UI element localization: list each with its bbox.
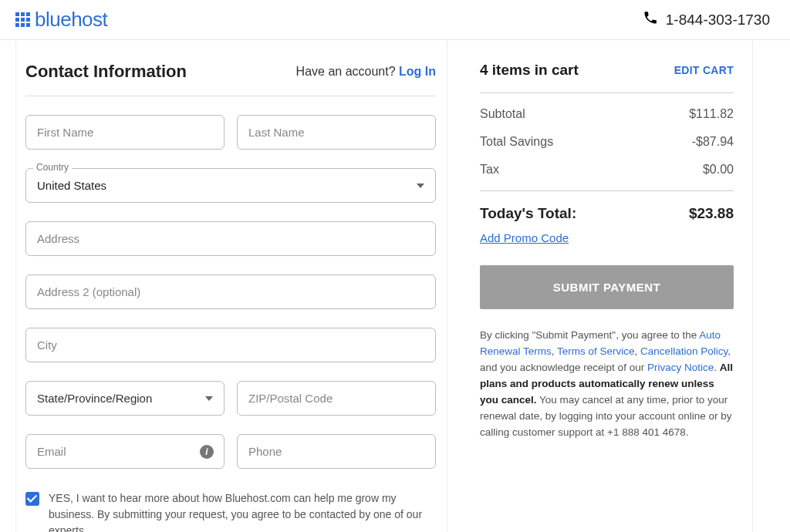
submit-payment-button[interactable]: SUBMIT PAYMENT: [480, 265, 734, 309]
header: bluehost 1-844-303-1730: [0, 0, 790, 39]
last-name-input[interactable]: [237, 115, 436, 150]
address-input[interactable]: [25, 221, 436, 256]
region-placeholder: State/Province/Region: [37, 392, 152, 405]
tos-link[interactable]: Terms of Service: [557, 345, 635, 357]
section-heading: Contact Information Have an account? Log…: [25, 62, 436, 96]
email-input[interactable]: [25, 434, 225, 469]
main-content: Contact Information Have an account? Log…: [0, 39, 790, 532]
cart-heading: 4 items in cart: [480, 62, 579, 79]
chevron-down-icon: [417, 184, 424, 188]
brand-logo[interactable]: bluehost: [15, 8, 107, 32]
support-phone[interactable]: 1-844-303-1730: [643, 10, 770, 29]
privacy-link[interactable]: Privacy Notice: [647, 362, 714, 373]
country-select[interactable]: United States: [25, 168, 436, 203]
city-input[interactable]: [25, 328, 436, 362]
total-line: Today's Total: $23.88: [480, 205, 734, 222]
subtotal-line: Subtotal $111.82: [480, 107, 734, 121]
contact-form-panel: Contact Information Have an account? Log…: [15, 40, 447, 532]
login-link[interactable]: Log In: [399, 65, 436, 78]
legal-text: By clicking "Submit Payment", you agree …: [480, 328, 734, 440]
consent-checkbox[interactable]: [25, 492, 39, 506]
phone-icon: [643, 10, 658, 29]
first-name-input[interactable]: [25, 115, 225, 150]
logo-grid-icon: [15, 12, 30, 27]
phone-input[interactable]: [237, 434, 436, 469]
savings-line: Total Savings -$87.94: [480, 135, 734, 149]
brand-name: bluehost: [35, 8, 107, 32]
consent-row: YES, I want to hear more about how Blueh…: [25, 490, 436, 532]
chevron-down-icon: [205, 396, 213, 401]
tax-line: Tax $0.00: [480, 163, 734, 177]
region-select[interactable]: State/Province/Region: [25, 381, 225, 416]
cart-summary-panel: 4 items in cart EDIT CART Subtotal $111.…: [475, 40, 753, 532]
edit-cart-link[interactable]: EDIT CART: [674, 64, 734, 76]
phone-number: 1-844-303-1730: [666, 12, 770, 29]
consent-text: YES, I want to hear more about how Blueh…: [49, 490, 436, 532]
account-prompt: Have an account? Log In: [296, 65, 436, 79]
country-label: Country: [33, 162, 72, 173]
contact-title: Contact Information: [25, 62, 187, 82]
add-promo-link[interactable]: Add Promo Code: [480, 231, 569, 244]
cancellation-link[interactable]: Cancellation Policy: [640, 345, 728, 357]
zip-input[interactable]: [237, 381, 436, 416]
country-value: United States: [37, 179, 106, 192]
info-icon[interactable]: i: [200, 445, 214, 459]
address2-input[interactable]: [25, 274, 436, 309]
